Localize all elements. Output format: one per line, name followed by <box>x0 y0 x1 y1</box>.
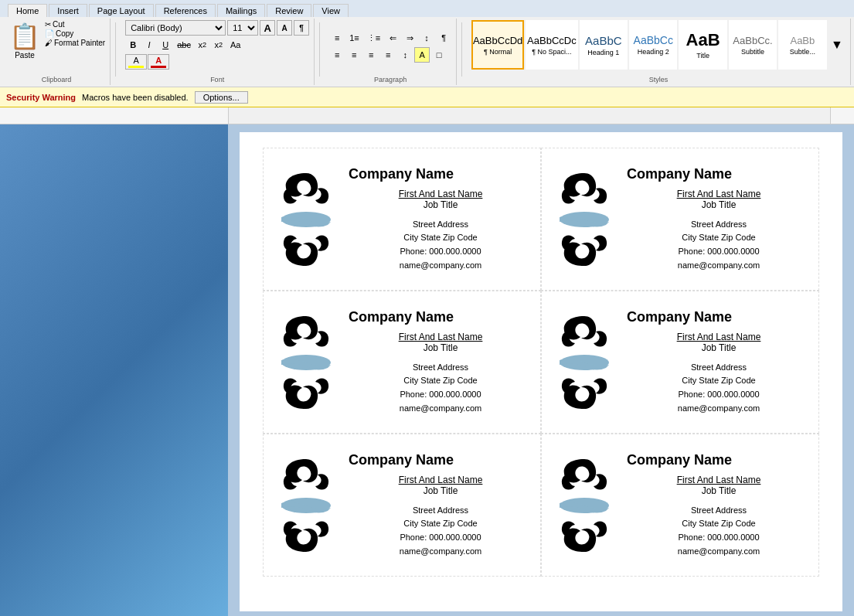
card-street-6: Street Address <box>627 504 811 518</box>
card-1: Company Name First And Last Name Job Tit… <box>263 148 541 291</box>
decrease-indent-button[interactable]: ⇐ <box>385 30 400 46</box>
card-street-1: Street Address <box>349 218 532 232</box>
card-phone-2: Phone: 000.000.0000 <box>627 245 811 259</box>
card-phone-1: Phone: 000.000.0000 <box>349 245 532 259</box>
card-logo-1 <box>271 169 341 270</box>
subscript-button[interactable]: x2 <box>195 37 210 53</box>
style-subtle-button[interactable]: AaBb Subtle... <box>778 20 826 70</box>
style-heading2-button[interactable]: AaBbCc Heading 2 <box>629 20 677 70</box>
card-citystate-5: City State Zip Code <box>349 517 532 531</box>
numbering-button[interactable]: 1≡ <box>346 30 362 46</box>
bold-button[interactable]: B <box>125 37 141 53</box>
font-name-select[interactable]: Calibri (Body) <box>125 20 226 36</box>
card-company-3: Company Name <box>349 309 532 325</box>
style-heading1-button[interactable]: AaBbC Heading 1 <box>580 20 628 70</box>
styles-group: AaBbCcDd ¶ Normal AaBbCcDc ¶ No Spaci...… <box>467 19 851 85</box>
card-jobtitle-6: Job Title <box>627 485 811 496</box>
align-right-button[interactable]: ≡ <box>363 47 379 63</box>
tab-home[interactable]: Home <box>8 4 47 17</box>
ribbon: Home Insert Page Layout References Maili… <box>0 0 854 87</box>
card-logo-2 <box>549 169 619 270</box>
font-label: Font <box>121 76 314 83</box>
card-4: Company Name First And Last Name Job Tit… <box>541 291 819 434</box>
paste-button[interactable]: 📋 Paste <box>8 20 42 61</box>
line-spacing-button[interactable]: ↕ <box>397 47 413 63</box>
card-email-2: name@company.com <box>627 259 811 273</box>
card-address-1: Street Address City State Zip Code Phone… <box>349 218 532 272</box>
font-color-button[interactable]: A <box>148 54 169 70</box>
align-left-button[interactable]: ≡ <box>329 47 345 63</box>
tab-references[interactable]: References <box>155 4 216 17</box>
page-inner: Company Name First And Last Name Job Tit… <box>240 132 842 611</box>
bullets-button[interactable]: ≡ <box>329 30 345 46</box>
options-button[interactable]: Options... <box>195 91 248 104</box>
align-center-button[interactable]: ≡ <box>346 47 362 63</box>
show-hide-button[interactable]: ¶ <box>436 30 451 46</box>
tab-mailings[interactable]: Mailings <box>217 4 265 17</box>
styles-label: Styles <box>467 76 850 83</box>
card-email-4: name@company.com <box>627 402 811 416</box>
card-citystate-1: City State Zip Code <box>349 231 532 245</box>
format-painter-button[interactable]: 🖌 Format Painter <box>45 39 105 47</box>
card-name-6: First And Last Name <box>627 475 811 485</box>
card-jobtitle-5: Job Title <box>349 485 532 496</box>
style-no-spacing-button[interactable]: AaBbCcDc ¶ No Spaci... <box>526 20 578 70</box>
card-3: Company Name First And Last Name Job Tit… <box>263 291 541 434</box>
styles-more-button[interactable]: ▼ <box>828 37 845 53</box>
card-info-6: Company Name First And Last Name Job Tit… <box>619 452 811 558</box>
copy-button[interactable]: 📄 Copy <box>45 29 105 38</box>
underline-button[interactable]: U <box>158 37 173 53</box>
card-street-5: Street Address <box>349 504 532 518</box>
card-company-6: Company Name <box>627 452 811 468</box>
card-address-4: Street Address City State Zip Code Phone… <box>627 361 811 415</box>
style-normal-button[interactable]: AaBbCcDd ¶ Normal <box>471 20 524 70</box>
tab-review[interactable]: Review <box>267 4 311 17</box>
card-jobtitle-1: Job Title <box>349 199 532 210</box>
shrink-font-button[interactable]: A <box>277 20 292 36</box>
styles-content: AaBbCcDd ¶ Normal AaBbCcDc ¶ No Spaci...… <box>471 20 845 80</box>
cards-grid: Company Name First And Last Name Job Tit… <box>263 148 819 577</box>
style-title-button[interactable]: AaB Title <box>679 20 726 70</box>
card-logo-5 <box>271 455 341 556</box>
card-citystate-2: City State Zip Code <box>627 231 811 245</box>
card-name-2: First And Last Name <box>627 189 811 199</box>
border-button[interactable]: □ <box>431 47 447 63</box>
tab-page-layout[interactable]: Page Layout <box>89 4 154 17</box>
card-phone-5: Phone: 000.000.0000 <box>349 531 532 545</box>
cut-button[interactable]: ✂ Cut <box>45 20 105 29</box>
case-button[interactable]: Aa <box>227 37 243 53</box>
card-citystate-6: City State Zip Code <box>627 517 811 531</box>
card-street-4: Street Address <box>627 361 811 375</box>
italic-button[interactable]: I <box>141 37 157 53</box>
card-info-5: Company Name First And Last Name Job Tit… <box>341 452 532 558</box>
shading-button[interactable]: A <box>414 47 430 63</box>
font-group: Calibri (Body) 11 A A ¶ B I U abc x2 x2 <box>121 19 315 85</box>
card-email-3: name@company.com <box>349 402 532 416</box>
ruler-inner <box>228 107 831 124</box>
small-buttons: ✂ Cut 📄 Copy 🖌 Format Painter <box>45 20 105 47</box>
left-panel: www.heritagechristiancollege.com <box>0 124 228 616</box>
card-street-2: Street Address <box>627 218 811 232</box>
style-subtitle-button[interactable]: AaBbCc. Subtitle <box>729 20 777 70</box>
increase-indent-button[interactable]: ⇒ <box>402 30 417 46</box>
grow-font-button[interactable]: A <box>260 20 275 36</box>
justify-button[interactable]: ≡ <box>380 47 396 63</box>
paragraph-group: ≡ 1≡ ⋮≡ ⇐ ⇒ ↕ ¶ ≡ ≡ ≡ ≡ ↕ A □ <box>325 19 457 85</box>
security-message: Macros have been disabled. <box>82 93 189 102</box>
font-size-select[interactable]: 11 <box>227 20 258 36</box>
clipboard-group: 📋 Paste ✂ Cut 📄 Copy 🖌 Format Painter Cl… <box>3 19 111 85</box>
card-name-4: First And Last Name <box>627 332 811 342</box>
card-phone-6: Phone: 000.000.0000 <box>627 531 811 545</box>
multilevel-button[interactable]: ⋮≡ <box>364 30 383 46</box>
page-container: Company Name First And Last Name Job Tit… <box>228 124 854 616</box>
superscript-button[interactable]: x2 <box>211 37 226 53</box>
paragraph-label: Paragraph <box>325 76 456 83</box>
sort-button[interactable]: ↕ <box>419 30 434 46</box>
tab-insert[interactable]: Insert <box>49 4 87 17</box>
highlight-color-button[interactable]: A <box>125 54 147 70</box>
strikethrough-button[interactable]: abc <box>174 37 194 53</box>
clear-format-button[interactable]: ¶ <box>294 20 309 36</box>
tab-view[interactable]: View <box>313 4 349 17</box>
card-info-3: Company Name First And Last Name Job Tit… <box>341 309 532 415</box>
card-info-2: Company Name First And Last Name Job Tit… <box>619 166 811 272</box>
